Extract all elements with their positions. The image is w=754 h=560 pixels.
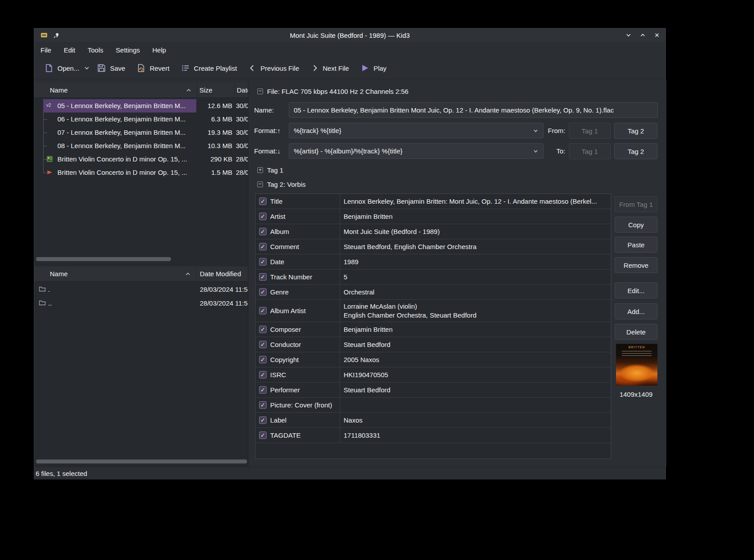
tagdate-checkbox[interactable] bbox=[259, 431, 267, 439]
performer-checkbox[interactable] bbox=[259, 386, 267, 394]
date-value[interactable]: 1989 bbox=[340, 254, 611, 269]
folder-icon bbox=[39, 299, 46, 306]
dir-row-parent[interactable]: .. 28/03/2024 11:5 bbox=[34, 296, 247, 310]
folder-icon bbox=[39, 286, 46, 293]
expand-icon[interactable] bbox=[257, 167, 263, 173]
isrc-value[interactable]: HKI190470505 bbox=[340, 367, 611, 382]
album-artist-value[interactable]: Lorraine McAslan (violin) English Chambe… bbox=[340, 300, 611, 322]
menu-help[interactable]: Help bbox=[152, 46, 166, 54]
dir-list-header-date[interactable]: Date Modified bbox=[196, 266, 248, 281]
titlebar[interactable]: Mont Juic Suite (Bedford - 1989) — Kid3 bbox=[34, 28, 665, 42]
file-row-06[interactable]: 06 - Lennox Berkeley, Benjamin Britten M… bbox=[34, 113, 247, 126]
kid3-window: Mont Juic Suite (Bedford - 1989) — Kid3 … bbox=[34, 28, 666, 479]
file-list: v2 05 - Lennox Berkeley, Benjamin Britte… bbox=[34, 98, 247, 256]
copy-button[interactable]: Copy bbox=[615, 217, 657, 233]
conductor-checkbox[interactable] bbox=[259, 341, 267, 348]
artist-value[interactable]: Benjamin Britten bbox=[340, 209, 611, 224]
maximize-button[interactable] bbox=[639, 31, 647, 39]
track-number-value[interactable]: 5 bbox=[340, 270, 611, 284]
dir-list-header: Name Date Modified bbox=[34, 266, 248, 282]
open-icon bbox=[45, 64, 53, 73]
collapse-icon[interactable] bbox=[257, 181, 263, 187]
composer-checkbox[interactable] bbox=[259, 326, 267, 333]
label-checkbox[interactable] bbox=[259, 416, 267, 424]
file-list-header-size[interactable]: Size bbox=[197, 83, 235, 97]
picture-value[interactable] bbox=[340, 398, 611, 412]
next-file-button[interactable]: Next File bbox=[311, 64, 349, 72]
file-list-header-name[interactable]: Name bbox=[34, 83, 197, 97]
delete-button[interactable]: Delete bbox=[615, 324, 657, 340]
tag-editor-panel: File: FLAC 705 kbps 44100 Hz 2 Channels … bbox=[248, 80, 666, 467]
kid3-app-icon bbox=[41, 32, 48, 39]
file-row-image[interactable]: Britten Violin Concerto in D minor Op. 1… bbox=[34, 153, 247, 166]
file-list-hscrollbar-handle[interactable] bbox=[36, 257, 171, 261]
sort-ascending-icon bbox=[185, 271, 191, 277]
picture-checkbox[interactable] bbox=[259, 401, 267, 409]
file-row-05[interactable]: v2 05 - Lennox Berkeley, Benjamin Britte… bbox=[34, 99, 247, 113]
label-value[interactable]: Naxos bbox=[340, 413, 611, 427]
genre-checkbox[interactable] bbox=[259, 288, 267, 296]
menu-settings[interactable]: Settings bbox=[116, 46, 140, 54]
previous-file-button[interactable]: Previous File bbox=[248, 64, 299, 72]
title-checkbox[interactable] bbox=[259, 197, 267, 205]
artist-checkbox[interactable] bbox=[259, 213, 267, 220]
revert-label: Revert bbox=[150, 64, 169, 72]
date-checkbox[interactable] bbox=[259, 258, 267, 266]
album-value[interactable]: Mont Juic Suite (Bedford - 1989) bbox=[340, 224, 611, 239]
revert-button[interactable]: Revert bbox=[137, 64, 169, 73]
dir-list-header-name[interactable]: Name bbox=[34, 266, 196, 281]
menu-tools[interactable]: Tools bbox=[88, 46, 103, 54]
to-tag2-format-button[interactable]: Tag 2 bbox=[614, 143, 657, 159]
format-from-label: Format:↑ bbox=[254, 123, 280, 138]
format-from-combobox[interactable]: %{track} %{title} bbox=[289, 123, 543, 138]
paste-button[interactable]: Paste bbox=[615, 237, 657, 253]
album-checkbox[interactable] bbox=[259, 228, 267, 235]
composer-value[interactable]: Benjamin Britten bbox=[340, 322, 611, 337]
minimize-button[interactable] bbox=[624, 31, 632, 39]
isrc-checkbox[interactable] bbox=[259, 371, 267, 379]
remove-button[interactable]: Remove bbox=[615, 257, 657, 273]
play-button[interactable]: Play bbox=[361, 64, 386, 73]
sort-ascending-icon bbox=[186, 88, 191, 93]
copyright-checkbox[interactable] bbox=[259, 356, 267, 363]
dir-list: . 28/03/2024 11:5 .. 28/03/2024 11:5 bbox=[34, 282, 247, 335]
album-artist-checkbox[interactable] bbox=[259, 307, 267, 314]
genre-value[interactable]: Orchestral bbox=[340, 285, 611, 299]
album-cover-thumbnail[interactable]: BRITTEN bbox=[616, 344, 657, 386]
tag-v2-badge: v2 bbox=[46, 103, 51, 108]
file-row-07[interactable]: 07 - Lennox Berkeley, Benjamin Britten M… bbox=[34, 126, 247, 139]
menu-edit[interactable]: Edit bbox=[64, 46, 75, 54]
file-row-08[interactable]: 08 - Lennox Berkeley, Benjamin Britten M… bbox=[34, 139, 247, 153]
comment-checkbox[interactable] bbox=[259, 243, 267, 250]
from-tag2-format-button[interactable]: Tag 2 bbox=[614, 123, 657, 139]
file-row-playlist[interactable]: Britten Violin Concerto in D minor Op. 1… bbox=[34, 166, 247, 179]
copyright-value[interactable]: 2005 Naxos bbox=[340, 352, 611, 367]
title-value[interactable]: Lennox Berkeley, Benjamin Britten: Mont … bbox=[340, 194, 611, 209]
comment-value[interactable]: Steuart Bedford, English Chamber Orchest… bbox=[340, 239, 611, 254]
close-button[interactable] bbox=[653, 31, 661, 39]
filename-input[interactable] bbox=[289, 102, 658, 118]
open-dropdown-chevron-icon[interactable] bbox=[84, 65, 90, 71]
save-button[interactable]: Save bbox=[97, 64, 125, 73]
open-button[interactable]: Open... bbox=[45, 64, 79, 73]
pin-icon[interactable] bbox=[53, 32, 60, 39]
file-browser-panel: Name Size Date Modified v2 05 - Lennox B… bbox=[34, 83, 248, 467]
dir-row-current[interactable]: . 28/03/2024 11:5 bbox=[34, 282, 247, 296]
add-button[interactable]: Add... bbox=[615, 303, 657, 319]
collapse-icon[interactable] bbox=[257, 89, 263, 94]
to-tag1-format-button: Tag 1 bbox=[569, 143, 611, 159]
performer-value[interactable]: Steuart Bedford bbox=[340, 383, 611, 397]
conductor-value[interactable]: Steuart Bedford bbox=[340, 337, 611, 352]
file-list-header-date[interactable]: Date Modified bbox=[235, 83, 248, 97]
tag-row-track-number: Track Number 5 bbox=[255, 270, 611, 285]
tag-row-date: Date 1989 bbox=[255, 254, 611, 270]
tag-row-comment: Comment Steuart Bedford, English Chamber… bbox=[255, 239, 611, 254]
format-to-combobox[interactable]: %{artist} - %{album}/%{track} %{title} bbox=[289, 143, 543, 159]
dir-list-hscrollbar-handle[interactable] bbox=[36, 459, 247, 463]
track-number-checkbox[interactable] bbox=[259, 273, 267, 281]
menu-file[interactable]: File bbox=[41, 46, 51, 54]
edit-button[interactable]: Edit... bbox=[615, 282, 657, 298]
tag-row-tagdate: TAGDATE 1711803331 bbox=[255, 428, 611, 443]
create-playlist-button[interactable]: Create Playlist bbox=[181, 64, 237, 73]
tagdate-value[interactable]: 1711803331 bbox=[340, 428, 611, 443]
